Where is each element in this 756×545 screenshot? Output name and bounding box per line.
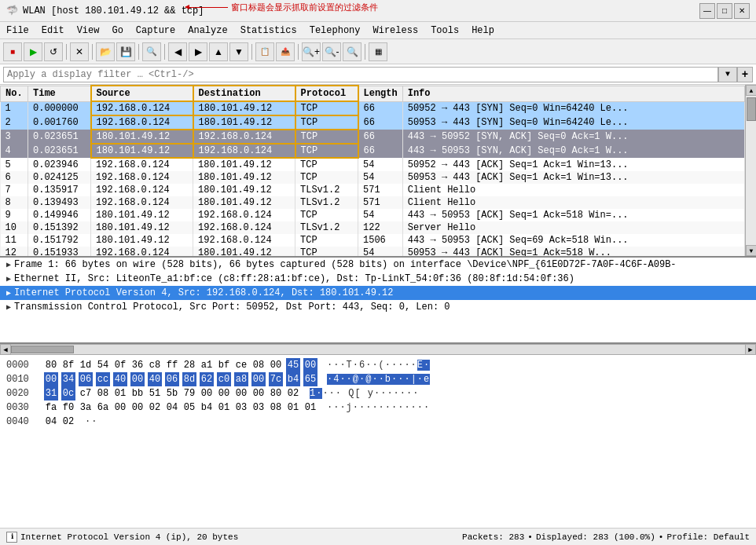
- hex-byte[interactable]: 80: [269, 386, 283, 401]
- detail-row[interactable]: ▶Frame 1: 66 bytes on wire (528 bits), 6…: [0, 258, 756, 272]
- menu-edit[interactable]: Edit: [35, 22, 71, 38]
- hex-byte[interactable]: 06: [79, 372, 93, 386]
- hex-byte[interactable]: 08: [251, 358, 266, 372]
- hex-byte[interactable]: 01: [217, 401, 231, 415]
- hex-byte[interactable]: bb: [130, 386, 145, 401]
- hex-byte[interactable]: 01: [286, 401, 300, 415]
- hex-byte[interactable]: 40: [113, 372, 127, 386]
- hex-byte[interactable]: cc: [96, 372, 110, 386]
- hex-byte[interactable]: 02: [286, 386, 300, 401]
- hex-byte[interactable]: 54: [96, 358, 110, 372]
- hex-byte[interactable]: 51: [148, 386, 162, 401]
- filter-input[interactable]: [3, 67, 718, 82]
- h-scroll-thumb[interactable]: [11, 346, 74, 353]
- menu-go[interactable]: Go: [105, 22, 129, 38]
- hex-byte[interactable]: 3a: [79, 401, 93, 415]
- menu-wireless[interactable]: Wireless: [367, 22, 425, 38]
- hex-byte[interactable]: 01: [303, 401, 317, 415]
- col-header-source[interactable]: Source: [91, 86, 193, 101]
- hex-byte[interactable]: 01: [113, 386, 127, 401]
- hex-byte[interactable]: 1d: [79, 358, 93, 372]
- detail-row[interactable]: ▶Transmission Control Protocol, Src Port…: [0, 300, 756, 314]
- table-row[interactable]: 60.024125192.168.0.124180.101.49.12TCP54…: [1, 171, 745, 184]
- menu-file[interactable]: File: [0, 22, 35, 38]
- detail-row[interactable]: ▶Internet Protocol Version 4, Src: 192.1…: [0, 286, 756, 300]
- menu-capture[interactable]: Capture: [130, 22, 182, 38]
- colorize-button[interactable]: ▦: [369, 42, 387, 61]
- col-header-protocol[interactable]: Protocol: [295, 86, 358, 101]
- hex-byte[interactable]: 00: [130, 401, 145, 415]
- hex-byte[interactable]: 00: [269, 358, 283, 372]
- hex-byte[interactable]: 34: [61, 372, 75, 386]
- open-file-button[interactable]: 📂: [96, 42, 115, 61]
- capture-options-button[interactable]: 📋: [255, 42, 274, 61]
- hex-byte[interactable]: 08: [96, 386, 110, 401]
- table-row[interactable]: 10.000000192.168.0.124180.101.49.12TCP66…: [1, 101, 745, 115]
- hex-byte[interactable]: 03: [234, 401, 248, 415]
- start-button[interactable]: ▶: [24, 42, 42, 61]
- export-button[interactable]: 📤: [276, 42, 295, 61]
- hex-byte[interactable]: 00: [130, 372, 145, 386]
- menu-tools[interactable]: Tools: [424, 22, 465, 38]
- hex-byte[interactable]: ff: [165, 358, 179, 372]
- table-row[interactable]: 120.151933192.168.0.124180.101.49.12TCP5…: [1, 247, 745, 256]
- hex-byte[interactable]: c8: [148, 358, 162, 372]
- zoom-normal-button[interactable]: 🔍: [343, 42, 361, 61]
- hex-byte[interactable]: a8: [234, 372, 248, 386]
- hex-byte[interactable]: 00: [234, 386, 248, 401]
- hex-byte[interactable]: 31: [44, 386, 58, 401]
- restart-button[interactable]: ↺: [44, 42, 63, 61]
- table-row[interactable]: 70.135917192.168.0.124180.101.49.12TLSv1…: [1, 184, 745, 196]
- hex-byte[interactable]: 80: [44, 358, 58, 372]
- minimize-button[interactable]: —: [699, 3, 715, 19]
- hex-byte[interactable]: 04: [44, 415, 58, 429]
- hex-byte[interactable]: 02: [148, 401, 162, 415]
- hex-byte[interactable]: 8d: [182, 372, 196, 386]
- hex-byte[interactable]: 45: [286, 358, 300, 372]
- hex-byte[interactable]: 00: [303, 358, 317, 372]
- hex-byte[interactable]: 02: [61, 415, 75, 429]
- table-row[interactable]: 40.023651180.101.49.12192.168.0.124TCP66…: [1, 144, 745, 158]
- hex-byte[interactable]: 40: [148, 372, 162, 386]
- hex-byte[interactable]: bf: [217, 358, 231, 372]
- maximize-button[interactable]: □: [717, 3, 732, 19]
- hex-byte[interactable]: 6a: [96, 401, 110, 415]
- col-header-destination[interactable]: Destination: [193, 86, 295, 101]
- hex-byte[interactable]: b4: [200, 401, 214, 415]
- hex-byte[interactable]: 36: [130, 358, 145, 372]
- scroll-up-button[interactable]: ▲: [746, 85, 756, 96]
- hex-byte[interactable]: f0: [61, 401, 75, 415]
- h-scroll-left-button[interactable]: ◀: [0, 344, 11, 355]
- hex-byte[interactable]: 79: [182, 386, 196, 401]
- filter-add-button[interactable]: +: [737, 67, 753, 82]
- hex-byte[interactable]: 00: [200, 386, 214, 401]
- hex-byte[interactable]: 06: [165, 372, 179, 386]
- hex-byte[interactable]: 08: [269, 401, 283, 415]
- hex-byte[interactable]: 62: [200, 372, 214, 386]
- up-button[interactable]: ▲: [209, 42, 228, 61]
- forward-button[interactable]: ▶: [189, 42, 207, 61]
- hex-byte[interactable]: 04: [165, 401, 179, 415]
- hex-byte[interactable]: 03: [251, 401, 266, 415]
- hex-byte[interactable]: 00: [251, 386, 266, 401]
- hex-byte[interactable]: 00: [113, 401, 127, 415]
- hex-byte[interactable]: a1: [200, 358, 214, 372]
- zoom-out-button[interactable]: 🔍-: [322, 42, 341, 61]
- table-row[interactable]: 110.151792180.101.49.12192.168.0.124TCP1…: [1, 234, 745, 247]
- save-file-button[interactable]: 💾: [116, 42, 135, 61]
- down-button[interactable]: ▼: [229, 42, 248, 61]
- hex-byte[interactable]: c0: [217, 372, 231, 386]
- stop-button[interactable]: ■: [3, 42, 22, 61]
- hex-byte[interactable]: 28: [182, 358, 196, 372]
- filter-dropdown-button[interactable]: ▼: [718, 67, 737, 82]
- table-row[interactable]: 30.023651180.101.49.12192.168.0.124TCP66…: [1, 130, 745, 144]
- hex-byte[interactable]: fa: [44, 401, 58, 415]
- menu-help[interactable]: Help: [465, 22, 501, 38]
- hex-byte[interactable]: b4: [286, 372, 300, 386]
- find-button[interactable]: 🔍: [142, 42, 161, 61]
- v-scrollbar[interactable]: ▲ ▼: [745, 85, 756, 256]
- menu-view[interactable]: View: [71, 22, 106, 38]
- hex-byte[interactable]: 0f: [113, 358, 127, 372]
- hex-byte[interactable]: ce: [234, 358, 248, 372]
- menu-statistics[interactable]: Statistics: [234, 22, 303, 38]
